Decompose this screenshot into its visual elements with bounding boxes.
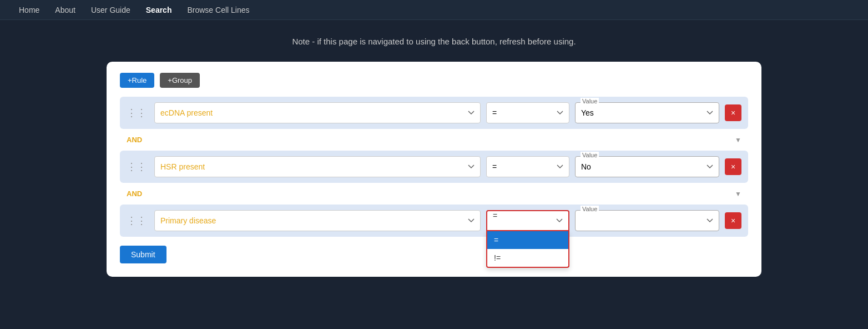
add-group-button[interactable]: +Group bbox=[160, 73, 200, 88]
submit-button[interactable]: Submit bbox=[120, 246, 166, 263]
and-connector-1: AND ▼ bbox=[120, 131, 748, 148]
drag-handle-2[interactable]: ⋮⋮ bbox=[127, 161, 147, 173]
remove-rule-2-button[interactable]: × bbox=[725, 158, 741, 175]
drag-handle-1[interactable]: ⋮⋮ bbox=[127, 107, 147, 119]
remove-rule-1-button[interactable]: × bbox=[725, 104, 741, 121]
add-rule-button[interactable]: +Rule bbox=[120, 73, 154, 88]
rule-value-wrapper-2: Value Yes No bbox=[575, 156, 719, 177]
and-connector-2: AND ▼ bbox=[120, 185, 748, 202]
rule-value-select-2[interactable]: Yes No bbox=[575, 156, 719, 177]
remove-rule-3-button[interactable]: × bbox=[725, 212, 741, 229]
rule-field-select-1[interactable]: ecDNA present bbox=[154, 102, 481, 123]
and-label-1: AND bbox=[127, 136, 142, 144]
rule-value-label-2: Value bbox=[581, 152, 599, 158]
rule-row-2: ⋮⋮ HSR present = != Value Yes No × bbox=[120, 151, 748, 183]
rule-field-select-3[interactable]: Primary disease bbox=[154, 210, 481, 231]
main-content: Note - if this page is navigated to usin… bbox=[0, 20, 868, 288]
operator-option-eq[interactable]: = bbox=[487, 231, 568, 249]
navbar: Home About User Guide Search Browse Cell… bbox=[0, 0, 868, 20]
submit-row: Submit bbox=[120, 246, 748, 263]
and-chevron-2: ▼ bbox=[735, 190, 741, 198]
rule-value-label-1: Value bbox=[581, 98, 599, 104]
nav-home[interactable]: Home bbox=[11, 0, 47, 19]
rule-operator-select-1[interactable]: = != bbox=[486, 102, 569, 123]
note-text: Note - if this page is navigated to usin… bbox=[292, 37, 576, 46]
rule-value-wrapper-3: Value bbox=[575, 210, 719, 231]
nav-browse-cell-lines[interactable]: Browse Cell Lines bbox=[179, 0, 257, 19]
rule-value-select-1[interactable]: Yes No bbox=[575, 102, 719, 123]
action-buttons: +Rule +Group bbox=[120, 73, 748, 88]
nav-search[interactable]: Search bbox=[138, 0, 180, 19]
rule-value-label-3: Value bbox=[581, 206, 599, 212]
and-chevron-1: ▼ bbox=[735, 136, 741, 144]
rule-value-wrapper-1: Value Yes No bbox=[575, 102, 719, 123]
rule-row-1: ⋮⋮ ecDNA present = != Value Yes No × bbox=[120, 97, 748, 129]
rule-operator-options-3: = != bbox=[486, 231, 569, 268]
nav-about[interactable]: About bbox=[47, 0, 83, 19]
operator-option-neq[interactable]: != bbox=[487, 249, 568, 267]
rule-value-select-3[interactable] bbox=[575, 210, 719, 231]
rule-field-select-2[interactable]: HSR present bbox=[154, 156, 481, 177]
rule-operator-display-3[interactable]: = bbox=[486, 210, 569, 231]
drag-handle-3[interactable]: ⋮⋮ bbox=[127, 215, 147, 227]
rule-row-3: ⋮⋮ Primary disease = = != Value × bbox=[120, 205, 748, 237]
rule-operator-select-2[interactable]: = != bbox=[486, 156, 569, 177]
rule-operator-dropdown-3[interactable]: = = != bbox=[486, 210, 569, 231]
query-card: +Rule +Group ⋮⋮ ecDNA present = != Value… bbox=[107, 62, 761, 277]
nav-user-guide[interactable]: User Guide bbox=[83, 0, 138, 19]
and-label-2: AND bbox=[127, 190, 142, 198]
